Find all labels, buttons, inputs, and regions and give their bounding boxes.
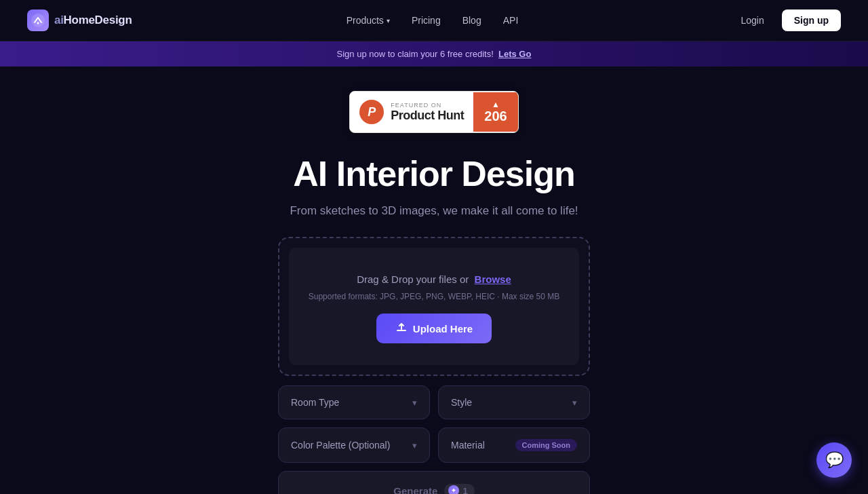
credit-icon: ✦ [448,485,459,494]
ph-featured-label: FEATURED ON [391,102,464,109]
upload-dropzone[interactable]: Drag & Drop your files or Browse Support… [278,237,590,376]
hero-title: AI Interior Design [293,155,574,193]
hero-subtitle: From sketches to 3D images, we make it a… [290,204,578,218]
browse-link[interactable]: Browse [475,273,511,285]
logo-text: aiHomeDesign [54,14,132,27]
nav-actions: Login Sign up [732,10,841,31]
promo-banner: Sign up now to claim your 6 free credits… [0,41,868,66]
material-label: Material [451,440,485,451]
material-coming-soon-badge: Coming Soon [515,439,578,451]
style-dropdown[interactable]: Style ▾ [438,385,590,419]
svg-point-0 [31,14,45,27]
nav-links: Products ▾ Pricing Blog API [347,15,519,26]
product-hunt-badge[interactable]: P FEATURED ON Product Hunt ▲ 206 [349,91,518,133]
banner-cta[interactable]: Lets Go [498,49,531,59]
signup-button[interactable]: Sign up [782,10,841,31]
ph-name: Product Hunt [391,109,464,123]
color-palette-label: Color Palette (Optional) [291,440,390,451]
generate-button[interactable]: Generate ✦ 1 [278,471,590,494]
nav-api[interactable]: API [503,15,519,26]
nav-pricing[interactable]: Pricing [412,15,441,26]
svg-point-1 [37,22,39,24]
ph-badge-left: P FEATURED ON Product Hunt [350,92,473,132]
navbar: aiHomeDesign Products ▾ Pricing Blog API… [0,0,868,41]
logo[interactable]: aiHomeDesign [27,10,132,31]
material-dropdown: Material Coming Soon [438,428,590,463]
room-type-chevron-icon: ▾ [412,398,417,408]
nav-blog[interactable]: Blog [462,15,481,26]
upload-inner: Drag & Drop your files or Browse Support… [289,248,579,365]
controls-row-2: Color Palette (Optional) ▾ Material Comi… [278,428,590,463]
login-button[interactable]: Login [732,11,772,30]
color-palette-dropdown[interactable]: Color Palette (Optional) ▾ [278,428,430,463]
upload-icon [395,321,408,336]
chat-icon: 💬 [825,451,844,469]
generate-label: Generate [393,485,437,494]
color-palette-chevron-icon: ▾ [412,440,417,451]
ph-text: FEATURED ON Product Hunt [391,102,464,123]
upload-drag-text: Drag & Drop your files or Browse [357,273,511,285]
upload-button[interactable]: Upload Here [376,314,492,343]
style-label: Style [451,397,472,408]
credit-badge: ✦ 1 [444,484,474,494]
room-type-label: Room Type [291,397,339,408]
ph-triangle-icon: ▲ [492,100,500,109]
ph-count-block: ▲ 206 [473,92,517,132]
chat-button[interactable]: 💬 [816,442,852,478]
controls-row-1: Room Type ▾ Style ▾ [278,385,590,419]
nav-products[interactable]: Products ▾ [347,15,390,26]
style-chevron-icon: ▾ [572,398,577,408]
credit-count: 1 [462,486,467,494]
product-hunt-logo: P [359,100,384,124]
upload-formats-text: Supported formats: JPG, JPEG, PNG, WEBP,… [309,292,560,301]
banner-text: Sign up now to claim your 6 free credits… [337,49,494,59]
main-content: P FEATURED ON Product Hunt ▲ 206 AI Inte… [0,66,868,494]
ph-vote-count: 206 [484,109,507,124]
logo-icon [27,10,49,31]
products-chevron-icon: ▾ [387,17,390,24]
room-type-dropdown[interactable]: Room Type ▾ [278,385,430,419]
